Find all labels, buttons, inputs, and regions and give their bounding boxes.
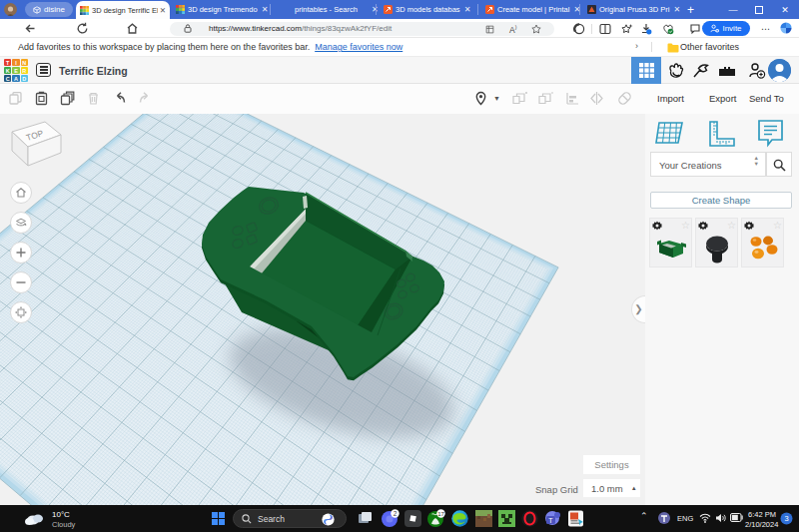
- svg-text:3: 3: [784, 514, 788, 523]
- svg-text:17: 17: [437, 511, 444, 517]
- svg-text:2: 2: [394, 510, 398, 517]
- svg-text:T: T: [548, 517, 553, 524]
